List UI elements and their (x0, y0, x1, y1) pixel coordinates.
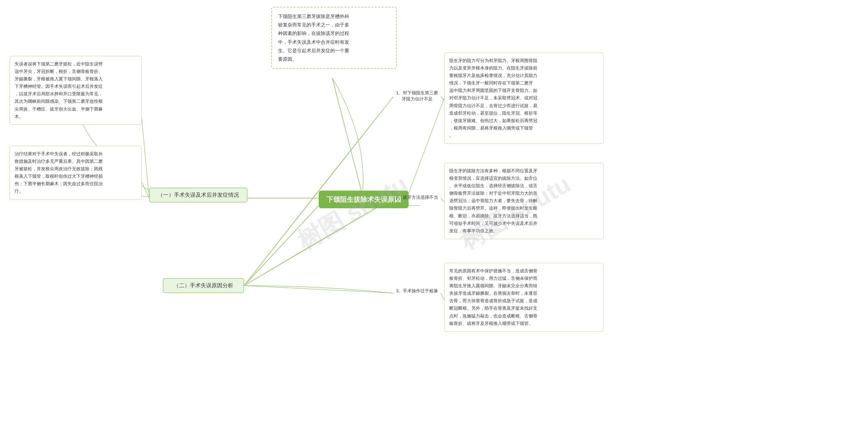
l1-node-1: （一）手术失误及术后并发症情况 (149, 188, 248, 202)
l1-1-label: （一）手术失误及术后并发症情况 (158, 192, 239, 199)
left-box-1: 失误者误将下颌第二磨牙挺松，近中阻生误劈 远中牙尖，牙冠折断，根折，舌侧骨板骨折… (9, 56, 142, 125)
left-box-2-text: 治疗结果对于手术中失误者，经过积极采取补 救措施及时治疗多无严重后果。其中因第二… (15, 151, 103, 194)
intro-box: 下颌阻生第三磨牙拔除是牙槽外科 较复杂而常见的手术之一，由于多 种因素的影响，在… (271, 7, 397, 69)
right-box-0-text: 阻生牙的阻力可分为邻牙阻力、牙根周围骨阻 力以及变异牙根本身的阻力。在阻生牙拔除… (449, 58, 537, 138)
content-layer: 下颌阻生第三磨牙拔除是牙槽外科 较复杂而常见的手术之一，由于多 种因素的影响，在… (0, 0, 868, 425)
right-label-1: 1、对下颌阻生第三磨牙阻力估计不足 (395, 90, 439, 102)
l1-2-label: （二）手术失误原因分析 (174, 282, 233, 289)
central-label: 下颌阻生拔除术失误原因 (327, 195, 401, 204)
left-box-1-text: 失误者误将下颌第二磨牙挺松，近中阻生误劈 远中牙尖，牙冠折断，根折，舌侧骨板骨折… (15, 61, 103, 119)
intro-text: 下颌阻生第三磨牙拔除是牙槽外科 较复杂而常见的手术之一，由于多 种因素的影响，在… (278, 14, 349, 62)
right-box-3-text: 常见的原因有术中保护措施不当，造成舌侧骨 板骨折、邻牙松动，用力过猛，舌侧未保护… (449, 268, 537, 326)
right-label-3: 3、手术操作过于粗暴 (395, 288, 439, 294)
l1-node-2: （二）手术失误原因分析 (163, 278, 244, 293)
right-box-2-text: 阻生牙的拔除方法有多种，根据不同位置及牙 根变异情况，应选择适宜的拔除方法。如舌… (449, 168, 537, 233)
right-box-3: 常见的原因有术中保护措施不当，造成舌侧骨 板骨折、邻牙松动，用力过猛，舌侧未保护… (444, 263, 604, 332)
right-box-0: 阻生牙的阻力可分为邻牙阻力、牙根周围骨阻 力以及变异牙根本身的阻力。在阻生牙拔除… (444, 53, 604, 144)
left-box-2: 治疗结果对于手术中失误者，经过积极采取补 救措施及时治疗多无严重后果。其中因第二… (9, 146, 142, 200)
mindmap-container: 下颌阻生第三磨牙拔除是牙槽外科 较复杂而常见的手术之一，由于多 种因素的影响，在… (0, 0, 868, 425)
right-label-2: 2、拔牙方法选择不当 (395, 194, 439, 200)
right-box-2: 阻生牙的拔除方法有多种，根据不同位置及牙 根变异情况，应选择适宜的拔除方法。如舌… (444, 163, 604, 239)
